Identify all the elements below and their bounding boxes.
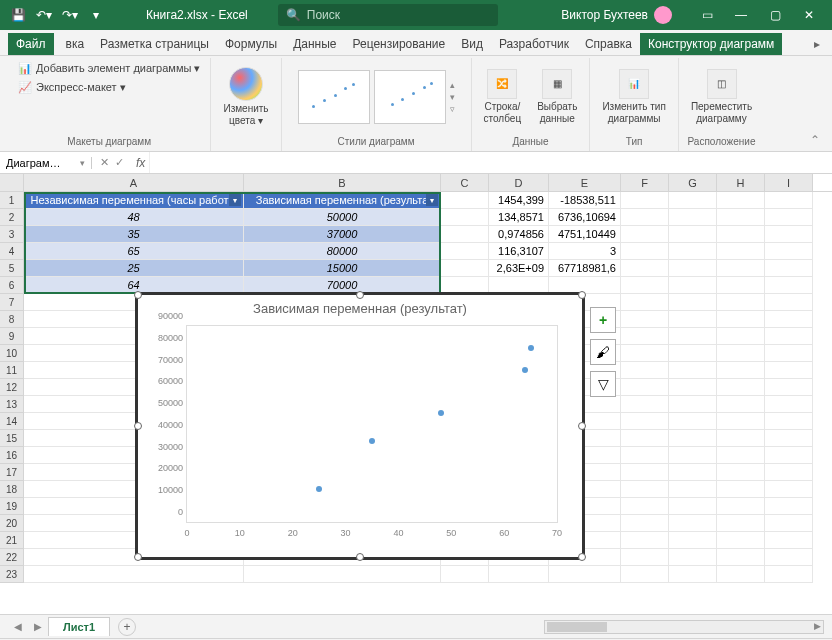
cell[interactable] [669,413,717,430]
ribbon-options-icon[interactable]: ▭ [692,5,722,25]
cell[interactable] [669,566,717,583]
cell[interactable] [621,311,669,328]
cell[interactable] [621,362,669,379]
cell[interactable] [717,243,765,260]
cell[interactable] [765,464,813,481]
cell[interactable] [244,566,441,583]
cell[interactable] [621,209,669,226]
cell[interactable] [765,362,813,379]
sheet-nav-next-icon[interactable]: ▶ [28,621,48,632]
cell[interactable] [669,311,717,328]
cell[interactable] [717,345,765,362]
cell[interactable] [669,226,717,243]
chart-data-point[interactable] [369,438,375,444]
cell[interactable] [441,226,489,243]
column-header[interactable]: G [669,174,717,191]
row-header[interactable]: 22 [0,549,24,566]
cell[interactable] [717,209,765,226]
column-header[interactable]: I [765,174,813,191]
save-icon[interactable]: 💾 [8,5,28,25]
cell[interactable] [717,379,765,396]
cell[interactable]: Зависимая переменная (результа▾ [244,192,441,209]
cell[interactable]: 37000 [244,226,441,243]
cell[interactable] [621,396,669,413]
cell[interactable] [669,549,717,566]
cell[interactable] [765,260,813,277]
row-header[interactable]: 13 [0,396,24,413]
cancel-formula-icon[interactable]: ✕ [100,156,109,169]
row-header[interactable]: 19 [0,498,24,515]
row-header[interactable]: 4 [0,243,24,260]
cell[interactable] [765,311,813,328]
cell[interactable] [765,396,813,413]
column-header[interactable]: B [244,174,441,191]
cell[interactable] [765,566,813,583]
cell[interactable] [669,532,717,549]
cell[interactable]: 48 [24,209,244,226]
cell[interactable] [669,362,717,379]
switch-row-column-button[interactable]: 🔀Строка/ столбец [478,67,528,127]
gallery-more-icon[interactable]: ▿ [450,104,455,114]
cell[interactable] [621,294,669,311]
cell[interactable] [441,192,489,209]
cell[interactable] [621,549,669,566]
cell[interactable] [717,566,765,583]
row-header[interactable]: 20 [0,515,24,532]
cell[interactable] [717,430,765,447]
cell[interactable]: 3 [549,243,621,260]
cell[interactable] [669,447,717,464]
tab-help[interactable]: Справка [577,33,640,55]
cell[interactable] [765,345,813,362]
cell[interactable] [717,277,765,294]
cell[interactable] [717,311,765,328]
cell[interactable] [765,243,813,260]
tab-formulas[interactable]: Формулы [217,33,285,55]
cell[interactable] [669,396,717,413]
chart-elements-button[interactable]: + [590,307,616,333]
cell[interactable] [621,498,669,515]
cell[interactable] [621,566,669,583]
worksheet-grid[interactable]: ABCDEFGHI 1Независимая переменная (часы … [0,174,832,614]
column-header[interactable]: D [489,174,549,191]
cell[interactable] [669,260,717,277]
cell[interactable] [765,379,813,396]
embedded-chart[interactable]: Зависимая переменная (результат) 0100002… [135,292,585,560]
cell[interactable] [717,447,765,464]
cell[interactable] [765,481,813,498]
cell[interactable]: 25 [24,260,244,277]
cell[interactable] [717,192,765,209]
cell[interactable]: 0,974856 [489,226,549,243]
name-box-dropdown-icon[interactable]: ▾ [80,158,85,168]
chart-style-1[interactable] [298,70,370,124]
row-header[interactable]: 23 [0,566,24,583]
undo-icon[interactable]: ↶▾ [34,5,54,25]
qat-dropdown-icon[interactable]: ▾ [86,5,106,25]
chart-data-point[interactable] [528,345,534,351]
tab-data[interactable]: Данные [285,33,344,55]
row-header[interactable]: 7 [0,294,24,311]
cell[interactable] [717,260,765,277]
chart-styles-button[interactable]: 🖌 [590,339,616,365]
filter-icon[interactable]: ▾ [426,194,438,206]
cell[interactable] [669,430,717,447]
row-header[interactable]: 9 [0,328,24,345]
row-header[interactable]: 10 [0,345,24,362]
cell[interactable] [669,515,717,532]
cell[interactable] [669,277,717,294]
column-header[interactable]: A [24,174,244,191]
cell[interactable] [441,209,489,226]
row-header[interactable]: 17 [0,464,24,481]
ribbon-overflow-icon[interactable]: ▸ [810,33,824,55]
cell[interactable] [669,464,717,481]
cell[interactable]: 35 [24,226,244,243]
chart-plot-area[interactable]: 0100002000030000400005000060000700008000… [186,325,558,523]
cell[interactable] [765,515,813,532]
column-header[interactable]: H [717,174,765,191]
cell[interactable] [621,260,669,277]
cell[interactable] [717,362,765,379]
cell[interactable] [765,447,813,464]
tab-page-layout[interactable]: Разметка страницы [92,33,217,55]
change-colors-button[interactable]: Изменить цвета ▾ [217,65,274,129]
cell[interactable]: 4751,10449 [549,226,621,243]
cell[interactable]: 1454,399 [489,192,549,209]
